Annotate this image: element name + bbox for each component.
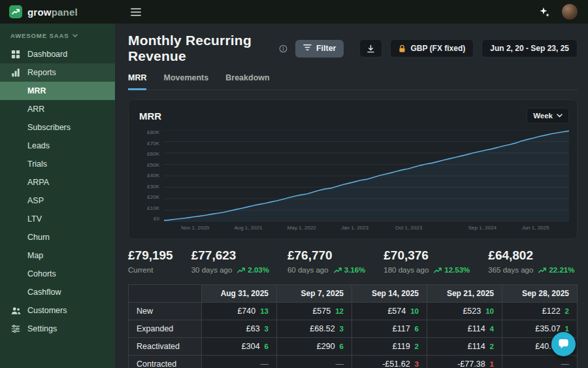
sliders-icon [10,324,21,334]
column-header: Sep 28, 2025 [502,285,578,303]
stat-label: 30 days ago [191,266,233,274]
sidebar-item-leads[interactable]: Leads [0,137,115,155]
tab-breakdown[interactable]: Breakdown [225,73,269,90]
stat-label: 180 days ago [384,266,429,274]
table-cell: — [502,356,578,368]
sidebar-item-settings[interactable]: Settings [0,320,115,338]
x-axis-tick: May 1, 2022 [287,225,316,231]
sparkle-icon[interactable] [538,5,551,19]
stat-60-days: £76,770 60 days ago 3.16% [287,248,365,274]
chart-area: £80K£70K£60K£50K£40K£30K£20K£10K£0 [139,130,569,222]
table-cell: £57512 [277,303,352,320]
x-axis-tick: Jan 1, 2023 [341,225,368,231]
currency-button[interactable]: GBP (FX fixed) [390,39,474,58]
trend-up-icon [434,267,442,273]
sidebar-item-arr[interactable]: ARR [0,100,115,118]
table-cell: £1142 [427,338,502,356]
sidebar-item-cashflow[interactable]: Cashflow [0,283,115,301]
period-dropdown[interactable]: Week [527,108,569,124]
date-range-button[interactable]: Jun 2, 20 - Sep 23, 25 [482,39,578,58]
chat-bubble-button[interactable] [551,332,576,356]
x-axis-tick: Jun 1, 2025 [522,225,549,231]
sidebar-item-churn[interactable]: Churn [0,228,115,246]
table-corner-cell [129,285,202,303]
date-range-label: Jun 2, 20 - Sep 23, 25 [490,44,569,53]
tab-mrr[interactable]: MRR [128,73,146,90]
stat-label: Current [128,266,153,274]
menu-icon[interactable] [128,5,144,19]
stat-change: 22.21% [538,266,574,274]
table-row-reactivated: Reactivated £3046 £2906 £1192 £1142 £40.… [129,338,578,356]
users-icon [10,305,21,316]
y-axis-tick: £70K [147,141,159,146]
sidebar-item-dashboard[interactable]: Dashboard [0,45,115,63]
trend-up-icon [237,267,245,273]
y-axis-tick: £0 [154,216,159,222]
table-cell: £1222 [502,303,578,320]
table-header-row: Aug 31, 2025 Sep 7, 2025 Sep 14, 2025 Se… [129,285,578,303]
main-content: Monthly Recurring Revenue Filter GBP (FX… [115,24,588,368]
y-axis-tick: £50K [147,163,159,168]
filter-icon [303,44,312,53]
y-axis-tick: £80K [147,130,159,135]
y-axis-tick: £20K [147,195,159,200]
sidebar-item-subscribers[interactable]: Subscribers [0,118,115,137]
table-cell: £74013 [202,303,277,320]
stat-change: 12.53% [434,266,470,274]
sidebar-item-label: Customers [27,306,67,315]
table-cell: £633 [202,320,277,338]
sidebar-item-asp[interactable]: ASP [0,192,115,210]
filter-button[interactable]: Filter [295,40,344,58]
table-cell: £52310 [427,303,502,320]
app-root: growpanel AWESOME SAAS Dashboard [0,0,588,368]
sidebar-nav: Dashboard Reports MRR ARR Subscribers Le… [0,45,115,338]
row-label: Contracted [129,356,202,368]
chat-icon [557,339,570,350]
stat-365-days: £64,802 365 days ago 22.21% [488,248,574,274]
topbar: growpanel [0,0,588,24]
trend-up-icon [334,267,342,273]
sidebar: AWESOME SAAS Dashboard Reports MRR ARR S… [0,24,115,368]
table-row-contracted: Contracted — — -£51.623 -£77.381 — [129,356,578,368]
logo: growpanel [0,5,115,18]
sidebar-item-map[interactable]: Map [0,246,115,265]
stat-value: £77,623 [191,248,269,263]
sidebar-item-label: Reports [27,68,56,77]
x-axis-tick: Oct 1, 2023 [395,225,422,231]
mrr-chart-card: MRR Week £80K£70K£60K£50K£40K£30K£20K£10… [128,99,578,239]
sidebar-item-customers[interactable]: Customers [0,301,115,320]
stat-current: £79,195 Current [128,248,173,274]
stats-row: £79,195 Current £77,623 30 days ago 2.03… [128,248,578,274]
download-button[interactable] [359,39,382,58]
sidebar-item-mrr[interactable]: MRR [0,82,115,100]
column-header: Sep 14, 2025 [352,285,427,303]
table-cell: — [277,356,352,368]
mrr-movements-table: Aug 31, 2025 Sep 7, 2025 Sep 14, 2025 Se… [128,284,578,368]
table-cell: £1144 [427,320,502,338]
topbar-actions [538,4,588,20]
tab-movements[interactable]: Movements [163,73,208,90]
stat-change: 3.16% [334,266,366,274]
filter-label: Filter [316,44,336,53]
table-cell: £1192 [352,338,427,356]
trend-up-icon [538,267,546,273]
stat-180-days: £70,376 180 days ago 12.53% [384,248,470,274]
info-icon[interactable] [279,44,287,53]
table-cell: £2906 [277,338,352,356]
stat-30-days: £77,623 30 days ago 2.03% [191,248,269,274]
sidebar-item-reports[interactable]: Reports [0,63,115,82]
workspace-switcher[interactable]: AWESOME SAAS [0,24,115,45]
table-cell: — [202,356,277,368]
sidebar-item-ltv[interactable]: LTV [0,210,115,228]
table-cell: £68.523 [277,320,352,338]
stat-value: £64,802 [488,248,574,263]
x-axis-tick: Sep 1, 2024 [468,225,497,231]
table-cell: £3046 [202,338,277,356]
sidebar-item-arpa[interactable]: ARPA [0,173,115,192]
avatar[interactable] [562,4,578,20]
sidebar-item-label: Settings [27,324,57,333]
sidebar-item-cohorts[interactable]: Cohorts [0,265,115,283]
currency-label: GBP (FX fixed) [410,44,465,53]
sidebar-item-trials[interactable]: Trials [0,155,115,173]
y-axis-tick: £60K [147,152,159,157]
